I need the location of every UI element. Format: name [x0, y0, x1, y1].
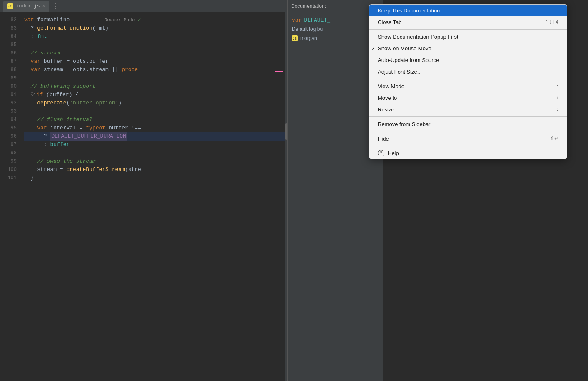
code-line-90: // buffering support — [24, 82, 287, 91]
code-line-94: // flush interval — [24, 116, 287, 124]
menu-item-resize[interactable]: Resize › — [369, 104, 567, 115]
code-line-83: ? getFormatFunction(fmt) — [24, 24, 287, 32]
menu-item-auto-update[interactable]: Auto-Update from Source — [369, 54, 567, 66]
menu-item-show-popup-label: Show Documentation Popup First — [378, 34, 458, 40]
menu-item-remove-sidebar-label: Remove from Sidebar — [378, 121, 430, 127]
tab-filename: index.js — [16, 3, 40, 9]
doc-var-name: DEFAULT_ — [304, 17, 330, 23]
doc-author: JS morgan — [292, 35, 379, 41]
code-line-85 — [24, 41, 287, 49]
doc-description: Default log bu — [292, 26, 379, 32]
menu-item-close-tab[interactable]: Close Tab ⌃⇧F4 — [369, 16, 567, 28]
code-line-87: var buffer = opts.buffer — [24, 57, 287, 66]
menu-item-move-to-arrow: › — [557, 95, 558, 101]
code-line-95: var interval = typeof buffer !== — [24, 124, 287, 132]
menu-item-hide-shortcut: ⇧↩ — [550, 136, 558, 141]
menu-separator-3 — [369, 116, 567, 117]
menu-item-help[interactable]: ? Help — [369, 147, 567, 159]
menu-item-check-icon: ✓ — [371, 45, 376, 52]
code-line-92: deprecate('buffer option') — [24, 99, 287, 107]
menu-item-adjust-font-label: Adjust Font Size... — [378, 69, 422, 75]
code-line-99: // swap the stream — [24, 157, 287, 166]
menu-item-show-popup[interactable]: Show Documentation Popup First — [369, 31, 567, 42]
menu-item-move-to[interactable]: Move to › — [369, 92, 567, 104]
code-line-93 — [24, 107, 287, 116]
decoration-line — [275, 71, 283, 72]
code-line-100: stream = createBufferStream(stre — [24, 166, 287, 174]
menu-item-view-mode[interactable]: View Mode › — [369, 80, 567, 92]
menu-separator-5 — [369, 146, 567, 146]
author-js-icon: JS — [292, 35, 298, 41]
code-line-101: } — [24, 174, 287, 182]
code-line-89 — [24, 74, 287, 82]
menu-item-close-tab-shortcut: ⌃⇧F4 — [544, 19, 558, 25]
menu-item-hide-label: Hide — [378, 136, 389, 142]
menu-item-help-label: Help — [388, 150, 399, 156]
code-lines: var formatLine = Reader Mode ✓ ? getForm… — [21, 12, 287, 381]
menu-item-resize-label: Resize — [378, 106, 394, 113]
tab-more-button[interactable]: ⋮ — [52, 2, 59, 10]
menu-item-close-tab-label: Close Tab — [378, 19, 402, 25]
code-line-91: 🛡if (buffer) { — [24, 91, 287, 99]
doc-var-keyword: var — [292, 17, 301, 23]
scroll-thumb[interactable] — [285, 123, 287, 140]
code-line-97: : buffer — [24, 141, 287, 149]
code-editor[interactable]: JS index.js × ⋮ 82 83 84 85 86 87 88 89 … — [0, 0, 287, 381]
code-line-98 — [24, 149, 287, 157]
menu-item-keep-docs-label: Keep This Documentation — [378, 7, 440, 14]
code-line-88: var stream = opts.stream || proce — [24, 66, 287, 74]
line-numbers: 82 83 84 85 86 87 88 89 90 91 92 93 94 9… — [0, 12, 21, 381]
tab-bar: JS index.js × ⋮ — [0, 0, 287, 12]
menu-item-hide[interactable]: Hide ⇧↩ — [369, 133, 567, 144]
menu-separator-1 — [369, 29, 567, 30]
menu-item-keep-docs[interactable]: Keep This Documentation — [369, 5, 567, 16]
menu-item-remove-sidebar[interactable]: Remove from Sidebar — [369, 118, 567, 130]
js-file-icon: JS — [7, 3, 13, 9]
menu-separator-4 — [369, 131, 567, 131]
help-icon: ? — [378, 150, 384, 156]
author-name: morgan — [300, 35, 317, 41]
menu-item-resize-arrow: › — [557, 106, 558, 112]
doc-panel-title: Documentation: — [291, 3, 326, 9]
menu-item-show-mouse-move-label: Show on Mouse Move — [378, 45, 431, 52]
code-line-84: : fmt — [24, 32, 287, 41]
menu-separator-2 — [369, 79, 567, 79]
menu-item-show-mouse-move[interactable]: ✓ Show on Mouse Move — [369, 42, 567, 54]
code-line-96: ? DEFAULT_BUFFER_DURATION — [24, 132, 287, 141]
menu-item-auto-update-label: Auto-Update from Source — [378, 57, 439, 63]
code-area: 82 83 84 85 86 87 88 89 90 91 92 93 94 9… — [0, 12, 287, 381]
menu-item-adjust-font[interactable]: Adjust Font Size... — [369, 66, 567, 77]
code-line-82: var formatLine = Reader Mode ✓ — [24, 16, 287, 24]
context-menu: Keep This Documentation Close Tab ⌃⇧F4 S… — [369, 4, 567, 159]
tab-close-button[interactable]: × — [42, 4, 45, 9]
editor-tab[interactable]: JS index.js × — [3, 1, 49, 12]
menu-item-move-to-label: Move to — [378, 95, 397, 101]
menu-item-view-mode-arrow: › — [557, 83, 558, 89]
menu-item-view-mode-label: View Mode — [378, 83, 404, 89]
code-line-86: // stream — [24, 49, 287, 57]
